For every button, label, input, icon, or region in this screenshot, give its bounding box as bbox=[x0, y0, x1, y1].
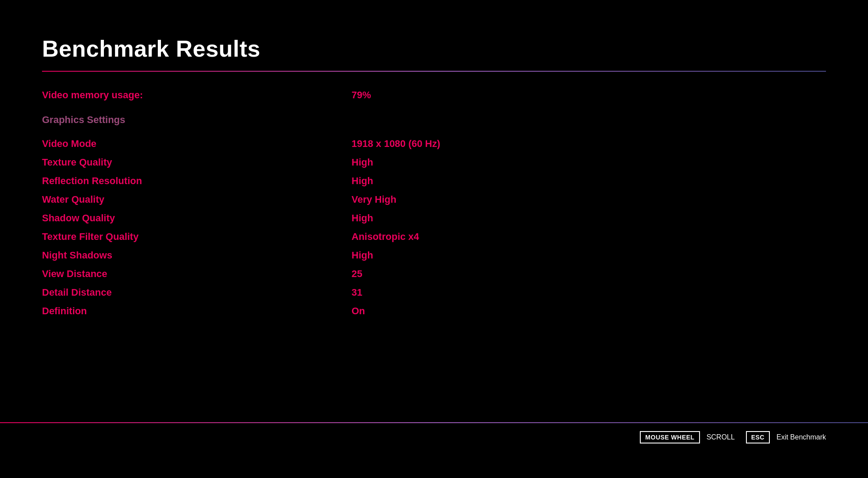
table-row: Water QualityVery High bbox=[42, 190, 826, 209]
video-memory-value: 79% bbox=[352, 89, 371, 101]
exit-benchmark-label[interactable]: Exit Benchmark bbox=[776, 433, 826, 441]
setting-name: Texture Filter Quality bbox=[42, 231, 352, 243]
table-row: Texture QualityHigh bbox=[42, 153, 826, 172]
scroll-label: SCROLL bbox=[707, 433, 735, 441]
table-row: Detail Distance31 bbox=[42, 283, 826, 302]
setting-name: Night Shadows bbox=[42, 250, 352, 261]
page-container: Benchmark Results Video memory usage: 79… bbox=[0, 0, 868, 478]
mouse-wheel-badge: MOUSE WHEEL bbox=[640, 431, 700, 443]
main-content: Benchmark Results Video memory usage: 79… bbox=[0, 0, 868, 422]
setting-name: Water Quality bbox=[42, 194, 352, 205]
bottom-section: MOUSE WHEEL SCROLL ESC Exit Benchmark bbox=[0, 422, 868, 451]
setting-name: Definition bbox=[42, 305, 352, 317]
esc-badge: ESC bbox=[746, 431, 770, 443]
setting-value: Anisotropic x4 bbox=[352, 231, 419, 243]
setting-value: 25 bbox=[352, 268, 362, 280]
table-row: Texture Filter QualityAnisotropic x4 bbox=[42, 227, 826, 246]
setting-value: High bbox=[352, 250, 373, 261]
setting-value: 31 bbox=[352, 287, 362, 298]
video-memory-row: Video memory usage: 79% bbox=[42, 89, 826, 101]
setting-name: Texture Quality bbox=[42, 157, 352, 168]
table-row: View Distance25 bbox=[42, 265, 826, 283]
video-memory-label: Video memory usage: bbox=[42, 89, 352, 101]
setting-name: Reflection Resolution bbox=[42, 175, 352, 187]
setting-name: Detail Distance bbox=[42, 287, 352, 298]
setting-name: View Distance bbox=[42, 268, 352, 280]
setting-name: Shadow Quality bbox=[42, 212, 352, 224]
setting-value: High bbox=[352, 212, 373, 224]
top-divider bbox=[42, 71, 826, 72]
setting-name: Video Mode bbox=[42, 138, 352, 150]
table-row: Night ShadowsHigh bbox=[42, 246, 826, 265]
table-row: Shadow QualityHigh bbox=[42, 209, 826, 227]
page-title: Benchmark Results bbox=[42, 35, 826, 62]
setting-value: High bbox=[352, 157, 373, 168]
table-row: DefinitionOn bbox=[42, 302, 826, 320]
setting-value: High bbox=[352, 175, 373, 187]
setting-value: Very High bbox=[352, 194, 396, 205]
settings-table: Video Mode1918 x 1080 (60 Hz)Texture Qua… bbox=[42, 135, 826, 320]
setting-value: On bbox=[352, 305, 365, 317]
footer-area bbox=[0, 451, 868, 478]
table-row: Reflection ResolutionHigh bbox=[42, 172, 826, 190]
graphics-settings-header: Graphics Settings bbox=[42, 114, 826, 126]
table-row: Video Mode1918 x 1080 (60 Hz) bbox=[42, 135, 826, 153]
setting-value: 1918 x 1080 (60 Hz) bbox=[352, 138, 440, 150]
